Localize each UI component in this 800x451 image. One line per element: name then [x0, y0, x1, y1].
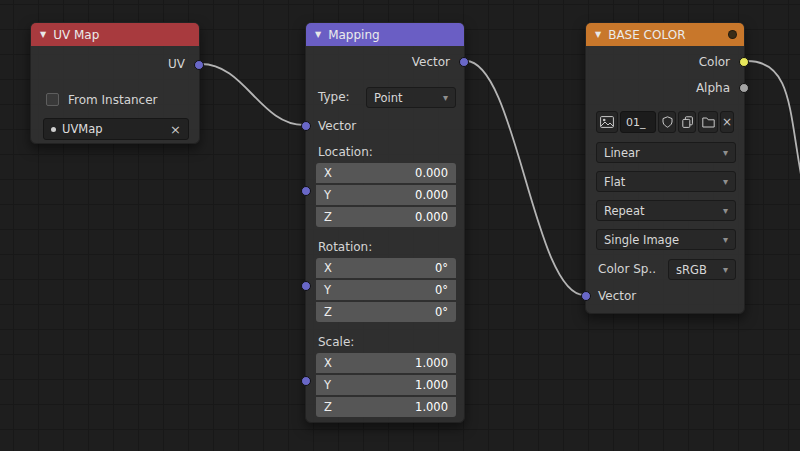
open-image-button[interactable]: [698, 111, 718, 133]
axis-label: Y: [324, 188, 331, 202]
node-title: UV Map: [53, 28, 99, 42]
source-value: Single Image: [604, 233, 718, 247]
scale-fields: X 1.000 Y 1.000 Z 1.000: [316, 353, 456, 417]
location-label: Location:: [318, 144, 373, 160]
rotation-z-field[interactable]: Z 0°: [316, 302, 456, 322]
folder-icon: [702, 117, 715, 128]
close-icon: ×: [722, 115, 732, 129]
mapping-node[interactable]: ▼ Mapping Vector Type: Point ▾ Vector Lo…: [305, 22, 465, 423]
uvmap-select-field[interactable]: UVMap ×: [43, 118, 189, 140]
extension-value: Repeat: [604, 204, 718, 218]
color-output-label: Color: [699, 54, 730, 70]
vector-input-label: Vector: [318, 118, 356, 134]
from-instancer-label: From Instancer: [68, 92, 158, 108]
node-title: Mapping: [328, 28, 380, 42]
axis-value: 0°: [435, 283, 448, 297]
axis-value: 0°: [435, 261, 448, 275]
collapse-triangle-icon[interactable]: ▼: [40, 31, 46, 39]
colorspace-label: Color Sp..: [598, 261, 656, 277]
socket-vector-input[interactable]: [301, 121, 311, 131]
chevron-down-icon: ▾: [723, 205, 728, 216]
socket-uv-output[interactable]: [194, 60, 204, 70]
mapping-node-header[interactable]: ▼ Mapping: [306, 23, 464, 46]
axis-value: 0.000: [415, 188, 448, 202]
socket-color-output[interactable]: [739, 57, 749, 67]
source-select[interactable]: Single Image ▾: [596, 229, 736, 250]
axis-value: 1.000: [415, 356, 448, 370]
chevron-down-icon: ▾: [723, 234, 728, 245]
chevron-down-icon: ▾: [723, 147, 728, 158]
extension-select[interactable]: Repeat ▾: [596, 200, 736, 221]
image-icon: [600, 116, 614, 128]
socket-vector-output[interactable]: [459, 57, 469, 67]
axis-label: X: [324, 356, 332, 370]
rotation-y-field[interactable]: Y 0°: [316, 280, 456, 300]
browse-image-button[interactable]: [596, 111, 618, 133]
uvmap-dot-icon: [51, 127, 56, 132]
axis-value: 0°: [435, 305, 448, 319]
location-x-field[interactable]: X 0.000: [316, 163, 456, 183]
uv-map-node[interactable]: ▼ UV Map UV From Instancer UVMap ×: [30, 22, 200, 144]
noodle-color-offscreen: [747, 61, 800, 200]
duplicate-image-button[interactable]: [678, 111, 696, 133]
axis-label: Z: [324, 400, 332, 414]
axis-value: 0.000: [415, 166, 448, 180]
noodle-mapping-to-basecolor: [466, 61, 584, 295]
uv-output-label: UV: [168, 56, 185, 72]
axis-value: 1.000: [415, 400, 448, 414]
image-id-row: 01_ ×: [596, 111, 736, 133]
noodle-uv-to-mapping: [201, 64, 304, 125]
node-title: BASE COLOR: [608, 28, 685, 42]
axis-label: Z: [324, 210, 332, 224]
interpolation-select[interactable]: Linear ▾: [596, 142, 736, 163]
axis-value: 1.000: [415, 378, 448, 392]
location-z-field[interactable]: Z 0.000: [316, 207, 456, 227]
location-fields: X 0.000 Y 0.000 Z 0.000: [316, 163, 456, 227]
collapse-triangle-icon[interactable]: ▼: [315, 31, 321, 39]
chevron-down-icon: ▾: [443, 92, 448, 103]
chevron-down-icon: ▾: [723, 264, 728, 275]
type-value: Point: [374, 91, 438, 105]
socket-rotation-input[interactable]: [301, 281, 311, 291]
scale-y-field[interactable]: Y 1.000: [316, 375, 456, 395]
fake-user-button[interactable]: [658, 111, 676, 133]
base-color-node[interactable]: ▼ BASE COLOR Color Alpha 01_: [585, 22, 745, 314]
type-select[interactable]: Point ▾: [366, 87, 456, 108]
colorspace-value: sRGB: [676, 263, 718, 277]
alpha-output-label: Alpha: [696, 80, 730, 96]
from-instancer-checkbox[interactable]: [46, 93, 59, 106]
shield-icon: [662, 116, 673, 128]
scale-x-field[interactable]: X 1.000: [316, 353, 456, 373]
interpolation-value: Linear: [604, 146, 718, 160]
socket-vector-input[interactable]: [581, 291, 591, 301]
scale-label: Scale:: [318, 334, 354, 350]
socket-scale-input[interactable]: [301, 376, 311, 386]
axis-value: 0.000: [415, 210, 448, 224]
axis-label: X: [324, 261, 332, 275]
base-color-node-header[interactable]: ▼ BASE COLOR: [586, 23, 744, 46]
chevron-down-icon: ▾: [723, 176, 728, 187]
rotation-x-field[interactable]: X 0°: [316, 258, 456, 278]
vector-input-label: Vector: [598, 288, 636, 304]
axis-label: Y: [324, 378, 331, 392]
socket-location-input[interactable]: [301, 186, 311, 196]
axis-label: Y: [324, 283, 331, 297]
clear-uvmap-icon[interactable]: ×: [170, 122, 181, 137]
type-label: Type:: [318, 89, 350, 105]
location-y-field[interactable]: Y 0.000: [316, 185, 456, 205]
uvmap-value: UVMap: [62, 122, 164, 136]
axis-label: Z: [324, 305, 332, 319]
uv-map-node-header[interactable]: ▼ UV Map: [31, 23, 199, 46]
projection-select[interactable]: Flat ▾: [596, 171, 736, 192]
image-name-field[interactable]: 01_: [620, 111, 656, 133]
socket-alpha-output[interactable]: [739, 83, 749, 93]
collapse-triangle-icon[interactable]: ▼: [595, 31, 601, 39]
copy-icon: [682, 116, 693, 128]
header-sphere-icon: [728, 30, 737, 39]
image-name-value: 01_: [626, 116, 646, 129]
unlink-image-button[interactable]: ×: [720, 111, 734, 133]
scale-z-field[interactable]: Z 1.000: [316, 397, 456, 417]
axis-label: X: [324, 166, 332, 180]
rotation-label: Rotation:: [318, 239, 372, 255]
colorspace-select[interactable]: sRGB ▾: [668, 259, 736, 280]
